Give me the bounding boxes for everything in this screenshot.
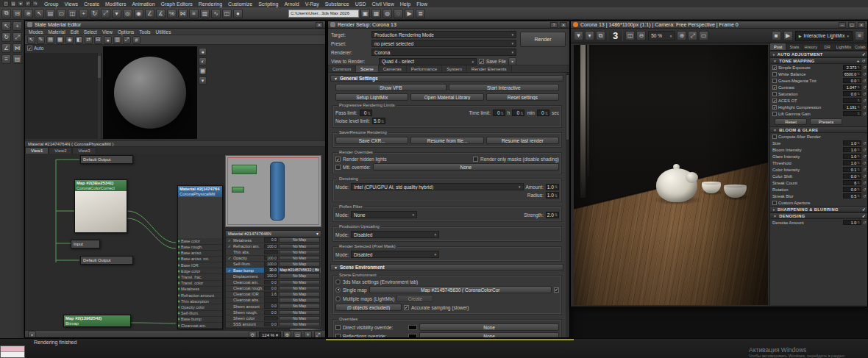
slot-socket-icon[interactable] [178,324,180,327]
material-preview-sphere[interactable] [114,57,186,129]
tone-row-checkbox[interactable]: ✓ [772,85,777,90]
compare-ab-icon[interactable]: ◫ [625,31,635,40]
save-dropdown-icon[interactable]: ▾ [585,31,594,40]
reset-icon[interactable]: ↺ [863,65,867,70]
menu-item[interactable]: Customize [228,1,252,7]
scene-explorer-icon[interactable]: ▥ [200,9,210,18]
section-tone-mapping[interactable]: ▼ TONE MAPPING + ↺ [770,57,868,64]
select-tool-icon[interactable]: ↖ [27,36,35,44]
use-pivot-point-icon[interactable]: ◎ [123,9,132,18]
reset-icon[interactable]: ↺ [863,193,867,198]
vfb-tab[interactable]: LightMix [836,43,852,50]
backlight-icon[interactable]: ◐ [199,57,207,65]
tone-row-checkbox[interactable] [772,112,777,116]
bloom-row-value[interactable]: 0.5 [843,193,861,198]
material-slot[interactable]: Base color [178,238,222,244]
upscaling-mode-dropdown[interactable]: Disabled▾ [351,231,439,238]
material-slot[interactable]: Clearcoat am. [178,323,222,329]
parameter-row[interactable]: Clearcoat am. 0.0 No Map [226,279,321,285]
parameter-row[interactable]: Clearcoat abs. No Map [226,298,321,304]
reset-icon[interactable]: ↺ [863,154,867,159]
rollout-general-settings[interactable]: ▼ General Settings [330,75,563,82]
scale-icon[interactable]: ⤢ [13,32,22,42]
material-editor-menu-item[interactable]: Edit [71,29,79,35]
node-default-output-1[interactable]: Default Output [80,155,133,164]
zoom-level-dropdown[interactable]: 50 %▾ [648,31,675,40]
objects-excluded-button[interactable]: (0 objects excluded) [335,304,402,311]
menu-item[interactable]: Flow [416,1,427,7]
vfb-tab[interactable]: History [803,43,819,50]
slot-socket-icon[interactable] [178,282,180,284]
reset-icon[interactable]: ↺ [863,160,867,165]
angle-snap-icon[interactable]: ∡ [156,9,166,18]
open-corona-vfb-icon[interactable]: ▶ [405,9,414,18]
material-slot[interactable]: Base IOR [178,262,222,268]
close-icon[interactable]: ✕ [560,22,567,28]
reset-icon[interactable]: ↺ [863,220,867,225]
environment-map-slot-button[interactable]: Map #2145745630 ( CoronaColorCor [369,286,552,293]
select-icon[interactable]: ↖ [1,21,11,31]
render-selected-mode-dropdown[interactable]: Disabled▾ [351,251,439,258]
denoise-amount-field[interactable]: 1.0 [546,184,559,190]
reset-icon[interactable]: ↺ [863,104,867,110]
parameter-map-button[interactable]: No Map [279,298,320,303]
render-iterative-icon[interactable]: ◌ [394,9,403,18]
section-denoising[interactable]: ▼ DENOISING ✓ [770,212,868,219]
zoom-extents-icon[interactable]: ⤢ [123,36,131,44]
parameter-value[interactable] [264,316,278,321]
direct-visibility-color-swatch[interactable] [408,325,417,330]
bloom-row-value[interactable]: 6 [843,180,861,185]
pass-limit-field[interactable]: 0 [360,110,372,116]
render-button[interactable]: Render [520,32,566,47]
reset-icon[interactable]: ↺ [863,85,867,90]
parameter-map-button[interactable]: Map #2145745632 ( Bitmap ) [279,268,320,273]
menu-item[interactable]: Substance [325,1,349,7]
slot-socket-icon[interactable] [178,312,180,315]
render-canvas[interactable] [574,45,768,305]
parameter-map-button[interactable]: No Map [279,304,320,309]
select-and-scale-icon[interactable]: ⤢ [101,9,110,18]
reset-icon[interactable]: ↺ [863,71,867,76]
parameter-row[interactable]: Sheen rough. 0.0 No Map [226,309,321,315]
material-id-channel-icon[interactable]: # [132,36,140,44]
parameter-value[interactable] [264,250,278,255]
fit-view-icon[interactable]: ⤢ [688,31,697,40]
menu-item[interactable]: V-Ray [305,1,319,7]
tone-row-value[interactable]: 0.0 [843,91,861,96]
render-setup-tab[interactable]: Performance [407,65,442,72]
parameter-row[interactable]: Thin abs. No Map [226,249,321,255]
rollout-scene-environment[interactable]: ▼ Scene Environment [330,264,563,271]
layout-all-icon[interactable]: ▥ [113,36,121,44]
browser-scrollbar[interactable] [98,53,101,139]
menu-item[interactable]: USD [355,1,366,7]
mirror-icon[interactable]: ⋈ [178,9,188,18]
tone-row-checkbox[interactable]: ✓ [772,105,777,110]
slot-socket-icon[interactable] [178,287,180,290]
render-hidden-lights-checkbox[interactable]: ✓ [335,157,341,162]
stop-render-icon[interactable]: ■ [772,31,781,40]
tone-row-checkbox[interactable] [772,79,777,83]
lock-view-icon[interactable]: ▪ [508,57,516,65]
minimize-icon[interactable]: ─ [839,22,846,28]
tone-row-value[interactable] [843,98,861,103]
view-tab[interactable]: View3 [72,147,96,154]
zoom-level[interactable]: 124 % ▾ [259,332,281,338]
noise-level-limit-field[interactable]: 5.0 [372,118,385,124]
copy-image-icon[interactable]: ⧉ [596,31,605,40]
slot-socket-icon[interactable] [178,251,180,254]
reset-settings-button[interactable]: Reset settings [486,93,559,101]
bloom-row-value[interactable]: 1.0 [843,147,861,152]
material-slot[interactable]: Transl. color [178,281,222,287]
parameter-value[interactable]: 100.0 [264,262,278,267]
reset-icon[interactable]: ↺ [863,180,867,185]
material-editor-menu-item[interactable]: Material [49,29,65,35]
material-editor-menu-item[interactable]: Options [118,29,134,35]
zoom-in-icon[interactable]: ⊕ [677,31,686,40]
parameter-value[interactable]: 0.0 [264,286,278,291]
snaps-toggle-icon[interactable]: ∠ [145,9,154,18]
material-editor-icon[interactable]: ● [233,9,243,18]
menu-item[interactable]: Views [64,1,78,7]
selection-region-icon[interactable]: ▭ [57,9,66,18]
select-object-icon[interactable]: ↖ [35,9,44,18]
region-render-icon[interactable]: ▭ [699,31,708,40]
